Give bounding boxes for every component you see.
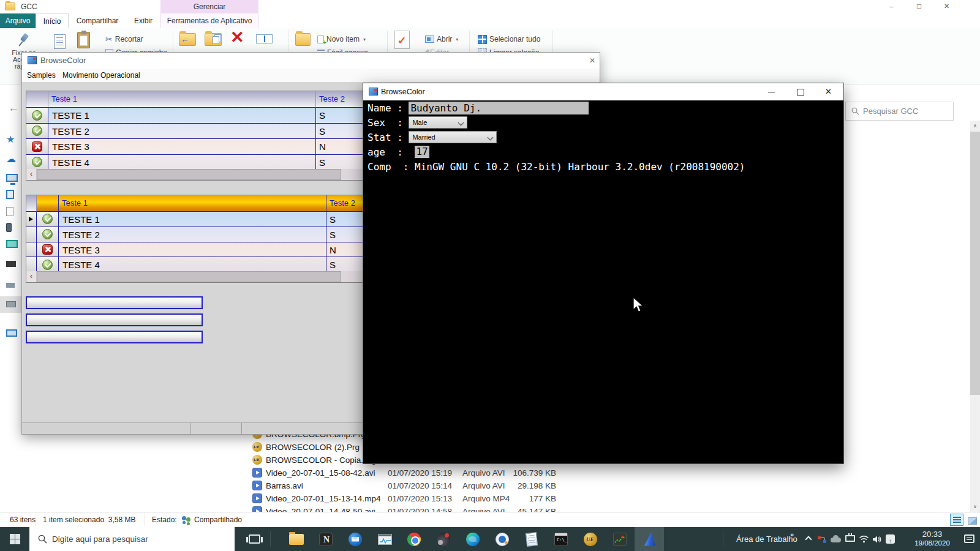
taskbar-thunderbird[interactable] (341, 527, 370, 551)
scroll-left-button[interactable] (26, 169, 37, 180)
menu-movimento-operacional[interactable]: Movimento Operacional (62, 71, 140, 80)
grid1-header-teste1[interactable]: Teste 1 (48, 91, 316, 108)
nav-drive-icon[interactable] (6, 301, 16, 307)
context-ribbon-header[interactable]: Gerenciar (160, 0, 258, 13)
file-row[interactable]: Barras.avi01/07/2020 15:14Arquivo AVI29.… (242, 479, 573, 492)
status-panel-divider (190, 423, 191, 435)
new-folder-button[interactable] (295, 29, 311, 47)
taskbar-dark-sphere-app[interactable] (429, 527, 458, 551)
nav-network-icon[interactable] (6, 329, 17, 337)
gui-title-bar[interactable]: BrowseColor (22, 53, 600, 69)
taskbar-n-app[interactable] (311, 527, 341, 551)
nav-memory-icon[interactable] (6, 261, 16, 267)
taskbar-file-explorer[interactable] (282, 527, 311, 551)
grid2-header-teste1[interactable]: Teste 1 (59, 195, 326, 212)
tab-inicio[interactable]: Início (36, 13, 69, 28)
file-row[interactable]: Video_20-07-01_15-08-42.avi01/07/2020 15… (242, 467, 573, 479)
open-button[interactable]: Abrir ▾ (425, 34, 458, 45)
console-close-button[interactable] (815, 83, 843, 100)
nav-documents-icon[interactable] (6, 207, 13, 216)
power-plug-icon[interactable] (845, 535, 855, 542)
tab-ferramentas-aplicativo[interactable]: Ferramentas de Aplicativo (160, 13, 258, 28)
console-maximize-button[interactable] (786, 83, 815, 100)
scroll-left-button[interactable] (26, 271, 37, 282)
clock[interactable]: 20:33 19/08/2020 (903, 530, 962, 547)
search-input[interactable] (863, 107, 943, 116)
file-row[interactable]: Video_20-07-01_14-48-50.avi01/07/2020 14… (242, 505, 573, 512)
file-row[interactable]: Video_20-07-01_15-13-14.mp401/07/2020 15… (242, 492, 573, 505)
back-button[interactable]: ← (6, 102, 21, 114)
graph-app-icon (613, 533, 627, 546)
onedrive-tray-icon[interactable] (831, 538, 841, 542)
taskbar-notepad[interactable] (517, 527, 546, 551)
volume-icon[interactable] (872, 535, 882, 544)
name-input[interactable]: Budyanto Dj. (409, 102, 589, 114)
taskbar-cmd[interactable] (546, 527, 576, 551)
nav-quick-access-icon[interactable]: ★ (6, 133, 15, 145)
grid1-header-icon-col[interactable] (26, 91, 48, 108)
nav-onedrive-icon[interactable]: ☁ (6, 153, 16, 165)
taskbar-search-input[interactable] (52, 534, 205, 544)
rename-button[interactable] (256, 28, 273, 45)
toolbar-expand-icon[interactable]: » (790, 531, 794, 538)
vertical-scrollbar[interactable]: ∧ ∨ (970, 121, 980, 512)
copy-button[interactable] (54, 31, 66, 50)
grid2-header-icon-col[interactable] (37, 195, 59, 212)
scroll-down-button[interactable]: ∨ (970, 501, 980, 512)
taskbar-ultraedit[interactable] (576, 527, 605, 551)
gui-close-button[interactable] (587, 56, 598, 66)
desktop-toolbar[interactable]: Área de Trabalho (736, 534, 797, 544)
taskbar-edge[interactable] (458, 527, 488, 551)
taskbar-browsecolor-active[interactable] (635, 527, 664, 551)
new-item-button[interactable]: Novo item ▾ (317, 34, 366, 45)
taskbar-lens-app[interactable] (488, 527, 517, 551)
text-box-3[interactable] (26, 331, 203, 343)
copy-to-button[interactable] (205, 29, 222, 47)
scrollbar-thumb[interactable] (37, 271, 341, 282)
tray-chevron-up-icon[interactable] (805, 536, 812, 542)
tray-network-node-icon[interactable] (817, 536, 827, 544)
tab-arquivo[interactable]: Arquivo (0, 13, 36, 28)
nav-phone-icon[interactable] (6, 223, 12, 232)
maximize-button[interactable] (905, 0, 933, 13)
wifi-icon[interactable] (859, 535, 869, 543)
taskbar-graph-app[interactable] (605, 527, 635, 551)
text-box-1[interactable] (26, 296, 203, 309)
ultraedit-icon (584, 533, 597, 546)
nav-this-pc-icon[interactable] (6, 174, 18, 182)
nav-usb-icon[interactable] (6, 283, 15, 288)
start-button[interactable] (0, 527, 29, 551)
action-center-icon[interactable] (964, 534, 974, 543)
thumbnails-view-button[interactable] (965, 514, 978, 526)
row-selector-cell (26, 242, 37, 257)
console-title-bar[interactable]: BrowseColor (363, 83, 843, 100)
tab-compartilhar[interactable]: Compartilhar (69, 13, 126, 28)
nav-monitor-icon[interactable] (6, 240, 18, 248)
scrollbar-thumb[interactable] (970, 132, 980, 395)
text-box-2[interactable] (26, 313, 203, 326)
close-button[interactable] (933, 0, 960, 13)
move-to-button[interactable] (179, 29, 196, 47)
age-input[interactable]: 17 (415, 146, 429, 158)
nav-tablet-icon[interactable] (6, 190, 14, 199)
new-item-icon (317, 36, 324, 43)
task-view-button[interactable] (242, 527, 266, 551)
ultraedit-file-icon (252, 442, 262, 452)
scrollbar-thumb[interactable] (37, 169, 341, 180)
taskbar-system-monitor[interactable] (370, 527, 399, 551)
select-all-button[interactable]: Selecionar tudo (478, 34, 540, 45)
paste-button[interactable] (77, 29, 90, 50)
console-minimize-button[interactable] (757, 83, 786, 100)
stat-combobox[interactable]: Married (409, 131, 497, 143)
cut-button[interactable]: ✂ Recortar (105, 34, 143, 45)
sex-combobox[interactable]: Male (409, 116, 467, 129)
details-view-button[interactable] (950, 514, 963, 526)
taskbar-chrome[interactable] (399, 527, 429, 551)
menu-samples[interactable]: Samples (27, 71, 56, 80)
delete-button[interactable]: ✕ (230, 28, 244, 47)
tab-exibir[interactable]: Exibir (126, 13, 160, 28)
properties-button[interactable] (394, 29, 410, 50)
minimize-button[interactable] (878, 0, 905, 13)
scroll-up-button[interactable]: ∧ (970, 121, 980, 131)
safely-remove-icon[interactable] (886, 534, 895, 544)
